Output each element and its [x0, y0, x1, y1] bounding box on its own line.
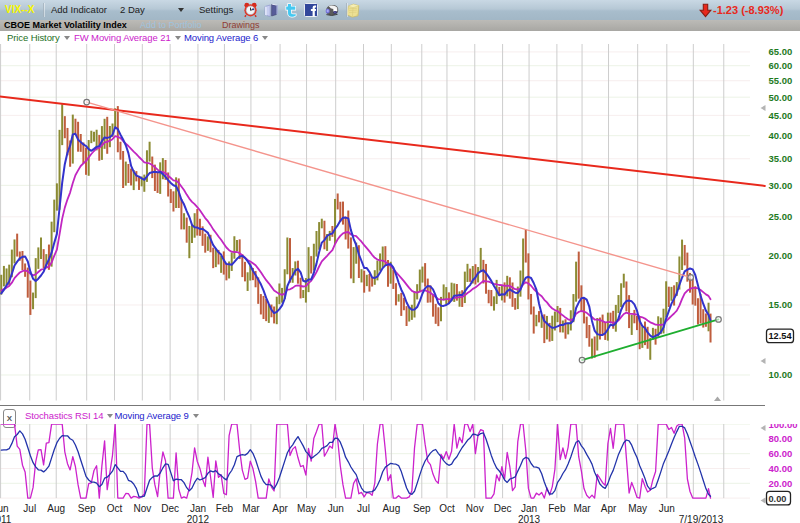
chevron-down-icon[interactable]	[193, 414, 199, 418]
main-indicator-header: Price History FW Moving Average 21 Movin…	[0, 31, 800, 44]
symbol-name: CBOE Market Volatility Index	[4, 20, 127, 31]
svg-text:Jan: Jan	[190, 503, 206, 514]
drawings-link[interactable]: Drawings	[222, 20, 260, 31]
stoch-rsi-label[interactable]: Stochastics RSI 14	[25, 407, 103, 424]
svg-text:Aug: Aug	[382, 503, 400, 514]
svg-text:Apr: Apr	[601, 503, 617, 514]
main-gridlines	[0, 44, 750, 401]
svg-text:20.00: 20.00	[769, 250, 793, 261]
change-readout: -1.23 (-8.93%)	[699, 2, 783, 18]
down-arrow-icon	[699, 3, 712, 18]
facebook-icon[interactable]	[304, 3, 318, 17]
svg-text:0.00: 0.00	[769, 494, 787, 504]
freestockcharts-app: {"window":{"width":800,"height":523},"to…	[0, 0, 800, 523]
svg-text:Feb: Feb	[216, 503, 234, 514]
trendline-grip	[579, 357, 585, 363]
stochastic-axis-labels: 100.0080.0060.0040.0020.000.00	[767, 424, 798, 505]
price-history-label[interactable]: Price History	[7, 31, 60, 44]
svg-text:40.00: 40.00	[769, 463, 793, 474]
svg-text:30.00: 30.00	[769, 180, 793, 191]
svg-text:Feb: Feb	[548, 503, 566, 514]
svg-text:10.00: 10.00	[769, 369, 793, 380]
svg-text:50.00: 50.00	[769, 92, 793, 103]
trendline-grip	[688, 275, 694, 281]
svg-text:Jun: Jun	[0, 503, 9, 514]
svg-text:Dec: Dec	[161, 503, 179, 514]
blocks-icon[interactable]	[264, 2, 278, 18]
svg-text:Nov: Nov	[133, 503, 151, 514]
sticky-note-icon[interactable]	[346, 3, 360, 18]
svg-text:60.00: 60.00	[769, 60, 793, 71]
svg-text:2013: 2013	[518, 514, 541, 523]
stochastics-rsi-line	[1, 424, 710, 498]
panel-chrome	[761, 425, 766, 504]
trendline-grip	[716, 317, 722, 323]
change-text: -1.23 (-8.93%)	[713, 2, 783, 18]
svg-text:15.00: 15.00	[769, 299, 793, 310]
symbol-ticker[interactable]: VIX--X	[5, 0, 34, 20]
svg-text:Jun: Jun	[659, 503, 675, 514]
svg-text:45.00: 45.00	[769, 110, 793, 121]
add-to-portfolio-link[interactable]: Add to Portfolio	[140, 20, 202, 31]
svg-text:65.00: 65.00	[769, 46, 793, 57]
svg-text:Oct: Oct	[107, 503, 123, 514]
twitter-icon[interactable]	[284, 3, 298, 18]
svg-text:Jan: Jan	[521, 503, 537, 514]
svg-text:80.00: 80.00	[769, 433, 793, 444]
camera-icon[interactable]	[324, 4, 340, 17]
stochastics-panel[interactable]: 100.0080.0060.0040.0020.000.00Jun2011Jul…	[0, 424, 800, 523]
svg-text:60.00: 60.00	[769, 448, 793, 459]
svg-text:12.54: 12.54	[769, 331, 793, 341]
svg-text:100.00: 100.00	[769, 424, 798, 430]
toolbar-divider	[346, 3, 348, 17]
svg-text:Sep: Sep	[78, 503, 96, 514]
add-indicator-button[interactable]: Add Indicator	[51, 0, 107, 20]
chevron-down-icon[interactable]	[178, 8, 184, 12]
svg-text:20.00: 20.00	[769, 478, 793, 489]
interval-dropdown[interactable]: 2 Day	[120, 0, 145, 20]
svg-text:Aug: Aug	[47, 503, 65, 514]
svg-text:35.00: 35.00	[769, 153, 793, 164]
ma6-label[interactable]: Moving Average 6	[184, 31, 258, 44]
toolbar-icons	[243, 2, 360, 18]
svg-text:Mar: Mar	[573, 503, 591, 514]
svg-text:Nov: Nov	[466, 503, 484, 514]
main-price-chart[interactable]: 65.0060.0055.0050.0045.0040.0035.0030.00…	[0, 44, 800, 406]
stochastic-lines	[1, 424, 710, 498]
price-axis-labels: 65.0060.0055.0050.0045.0040.0035.0030.00…	[767, 46, 794, 380]
toolbar-divider	[43, 3, 45, 17]
svg-text:7/19/2013: 7/19/2013	[679, 514, 724, 523]
svg-text:Dec: Dec	[494, 503, 512, 514]
svg-text:May: May	[628, 503, 647, 514]
ma9-label[interactable]: Moving Average 9	[115, 407, 189, 424]
svg-text:Sep: Sep	[413, 503, 431, 514]
svg-text:55.00: 55.00	[769, 75, 793, 86]
svg-text:2012: 2012	[187, 514, 210, 523]
time-axis-labels: Jun2011JulAugSepOctNovDecJan2012FebMarAp…	[0, 503, 724, 523]
svg-text:Mar: Mar	[242, 503, 260, 514]
symbol-info-bar: CBOE Market Volatility Index Add to Port…	[0, 20, 800, 31]
top-toolbar: VIX--X Add Indicator 2 Day Settings -1.2…	[0, 0, 800, 21]
svg-text:Oct: Oct	[439, 503, 455, 514]
fw-moving-average-21-line	[1, 136, 710, 325]
trendline-grip	[84, 99, 90, 105]
svg-text:Apr: Apr	[272, 503, 288, 514]
fwma21-label[interactable]: FW Moving Average 21	[74, 31, 171, 44]
svg-text:2011: 2011	[0, 514, 12, 523]
alarm-clock-icon[interactable]	[243, 2, 258, 18]
lower-indicator-header: X Stochastics RSI 14 Moving Average 9	[0, 407, 800, 424]
settings-button[interactable]: Settings	[199, 0, 233, 20]
svg-text:25.00: 25.00	[769, 211, 793, 222]
svg-text:Jul: Jul	[357, 503, 370, 514]
svg-text:Jun: Jun	[328, 503, 344, 514]
svg-text:40.00: 40.00	[769, 130, 793, 141]
chevron-down-icon[interactable]	[107, 414, 113, 418]
svg-text:Jul: Jul	[23, 503, 36, 514]
svg-text:May: May	[297, 503, 316, 514]
